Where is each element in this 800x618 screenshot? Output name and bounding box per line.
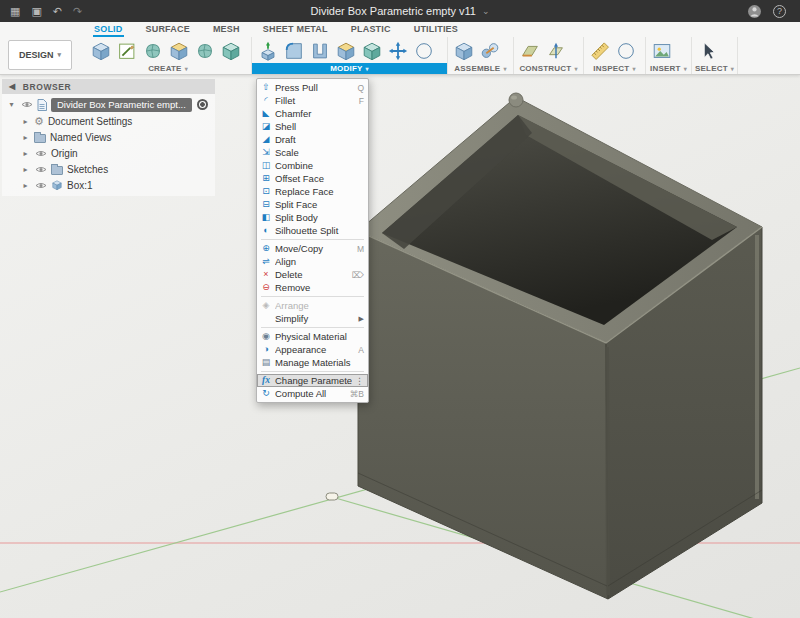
joint-icon[interactable]: [477, 38, 502, 63]
combine-icon: ◫: [260, 161, 272, 170]
toolbar-group-label-construct[interactable]: CONSTRUCT▾: [514, 63, 583, 74]
menu-item-align[interactable]: ⇌Align: [257, 255, 368, 268]
visibility-eye-icon[interactable]: [34, 165, 47, 174]
shell-icon[interactable]: [307, 38, 332, 63]
menu-item-label: Appearance: [275, 344, 355, 355]
menu-item-compute-all[interactable]: ↻Compute All⌘B: [257, 387, 368, 400]
box-body-model[interactable]: [358, 93, 762, 599]
menu-item-silhouette-split[interactable]: ◐Silhouette Split: [257, 224, 368, 237]
menu-item-change-parameters[interactable]: fxChange Parameters⋮: [257, 374, 368, 387]
redo-icon[interactable]: ↷: [73, 6, 82, 17]
tab-plastic[interactable]: PLASTIC: [350, 22, 392, 37]
assemble-component-icon[interactable]: [451, 38, 476, 63]
document-title[interactable]: Divider Box Parametric empty v11 ⌄: [310, 5, 489, 17]
measure-icon[interactable]: [587, 38, 612, 63]
move-copy-icon[interactable]: [385, 38, 410, 63]
browser-item-origin[interactable]: ▸Origin: [2, 145, 215, 161]
root-component-name[interactable]: Divider Box Parametric empt...: [51, 98, 192, 112]
user-avatar-icon[interactable]: [748, 5, 761, 18]
tab-utilities[interactable]: UTILITIES: [413, 22, 459, 37]
insert-image-icon[interactable]: [649, 38, 674, 63]
section-analysis-icon[interactable]: [613, 38, 638, 63]
browser-root-row[interactable]: ▾ Divider Box Parametric empt...: [2, 96, 215, 113]
menu-item-delete[interactable]: ×Delete⌦: [257, 268, 368, 281]
menu-item-label: Simplify: [275, 313, 356, 324]
menu-item-move-copy[interactable]: ⊕Move/CopyM: [257, 242, 368, 255]
tab-solid[interactable]: SOLID: [93, 22, 124, 37]
create-sketch-icon[interactable]: [114, 38, 139, 63]
menu-item-appearance[interactable]: ◑AppearanceA: [257, 343, 368, 356]
toolbar-group-label-modify[interactable]: MODIFY▾: [252, 63, 447, 74]
help-icon[interactable]: ?: [773, 5, 786, 18]
construct-axis-icon[interactable]: [543, 38, 568, 63]
menu-item-scale[interactable]: ⇲Scale: [257, 146, 368, 159]
toolbar-group-label-assemble[interactable]: ASSEMBLE▾: [448, 63, 513, 74]
browser-item-document-settings[interactable]: ▸⚙Document Settings: [2, 113, 215, 129]
toolbar-group-label-create[interactable]: CREATE▾: [85, 63, 251, 74]
menu-item-simplify[interactable]: Simplify▶: [257, 312, 368, 325]
expand-triangle-icon[interactable]: ▸: [21, 133, 30, 142]
expand-triangle-icon[interactable]: ▸: [21, 181, 30, 190]
toolbar-group-assemble: ASSEMBLE▾: [448, 37, 514, 74]
menu-item-combine[interactable]: ◫Combine: [257, 159, 368, 172]
create-base-feature-icon[interactable]: [166, 38, 191, 63]
create-mesh-icon[interactable]: [192, 38, 217, 63]
activate-component-radio[interactable]: [197, 99, 208, 110]
apps-grid-icon[interactable]: ▦: [10, 6, 20, 17]
appearance-icon[interactable]: [411, 38, 436, 63]
select-icon[interactable]: [695, 38, 720, 63]
menu-item-offset-face[interactable]: ⊞Offset Face: [257, 172, 368, 185]
menu-item-remove[interactable]: ⊖Remove: [257, 281, 368, 294]
draft-icon: ◢: [260, 135, 272, 144]
tear-off-handle-icon[interactable]: ⋮: [355, 376, 365, 386]
pattern-icon[interactable]: [218, 38, 243, 63]
align-icon: ⇌: [260, 257, 272, 266]
new-component-icon[interactable]: [88, 38, 113, 63]
toolbar-groups: CREATE▾MODIFY▾ASSEMBLE▾CONSTRUCT▾INSPECT…: [85, 37, 800, 74]
tab-surface[interactable]: SURFACE: [145, 22, 191, 37]
menu-item-split-body[interactable]: ◧Split Body: [257, 211, 368, 224]
titlebar-right-icons: ?: [748, 5, 800, 18]
toolbar-group-label-select[interactable]: SELECT▾: [692, 63, 737, 74]
browser-header[interactable]: ◀ BROWSER: [2, 79, 215, 94]
browser-item-box-1[interactable]: ▸Box:1: [2, 177, 215, 193]
menu-item-chamfer[interactable]: ◣Chamfer: [257, 107, 368, 120]
combine-icon[interactable]: [333, 38, 358, 63]
toolbar-group-label-insert[interactable]: INSERT▾: [646, 63, 691, 74]
chevron-down-icon: ▾: [731, 65, 734, 72]
fillet-icon[interactable]: [281, 38, 306, 63]
expand-triangle-icon[interactable]: ▾: [7, 100, 16, 109]
visibility-eye-icon[interactable]: [34, 149, 47, 158]
expand-triangle-icon[interactable]: ▸: [21, 117, 30, 126]
construct-plane-icon[interactable]: [517, 38, 542, 63]
browser-item-sketches[interactable]: ▸Sketches: [2, 161, 215, 177]
menu-item-press-pull[interactable]: ⇧Press PullQ: [257, 81, 368, 94]
press-pull-icon[interactable]: [255, 38, 280, 63]
create-form-icon[interactable]: [140, 38, 165, 63]
collapse-panel-icon[interactable]: ◀: [9, 82, 16, 91]
menu-item-split-face[interactable]: ⊟Split Face: [257, 198, 368, 211]
save-icon[interactable]: ▣: [31, 6, 41, 17]
expand-triangle-icon[interactable]: ▸: [21, 165, 30, 174]
menu-item-draft[interactable]: ◢Draft: [257, 133, 368, 146]
menu-item-manage-materials[interactable]: ▤Manage Materials: [257, 356, 368, 369]
menu-item-fillet[interactable]: ◜FilletF: [257, 94, 368, 107]
browser-item-label: Named Views: [50, 132, 112, 143]
menu-item-replace-face[interactable]: ⊡Replace Face: [257, 185, 368, 198]
design-workspace-button[interactable]: DESIGN ▾: [8, 40, 72, 70]
menu-item-physical-material[interactable]: ◉Physical Material: [257, 330, 368, 343]
undo-icon[interactable]: ↶: [53, 6, 62, 17]
tabs-container: SOLIDSURFACEMESHSHEET METALPLASTICUTILIT…: [93, 22, 459, 37]
tab-sheet-metal[interactable]: SHEET METAL: [262, 22, 329, 37]
toolbar-group-label-inspect[interactable]: INSPECT▾: [584, 63, 645, 74]
menu-item-shell[interactable]: ◪Shell: [257, 120, 368, 133]
visibility-eye-icon[interactable]: [34, 181, 47, 190]
group-label-text: CONSTRUCT: [519, 64, 571, 73]
visibility-eye-icon[interactable]: [20, 100, 33, 109]
offset-face-icon[interactable]: [359, 38, 384, 63]
expand-triangle-icon[interactable]: ▸: [21, 149, 30, 158]
tab-mesh[interactable]: MESH: [212, 22, 241, 37]
origin-marker[interactable]: [326, 493, 338, 500]
browser-tree: ▾ Divider Box Parametric empt... ▸⚙Docum…: [2, 94, 215, 196]
browser-item-named-views[interactable]: ▸Named Views: [2, 129, 215, 145]
